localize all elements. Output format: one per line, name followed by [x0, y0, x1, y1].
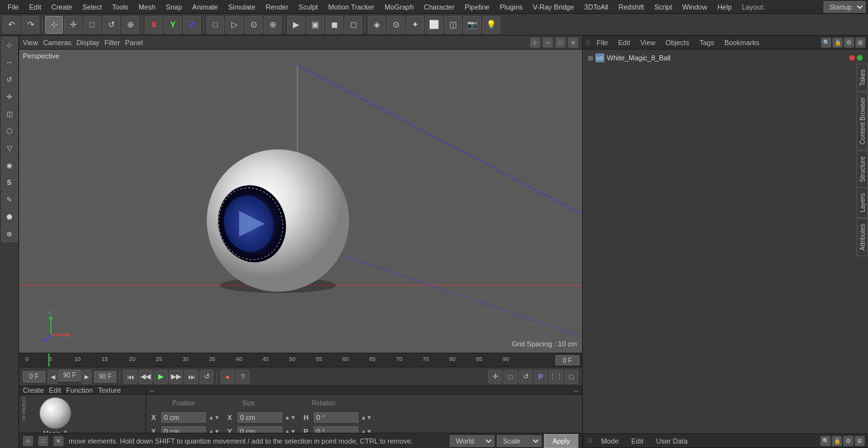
status-icon-2[interactable]: □: [38, 436, 48, 446]
lp-tweak[interactable]: ⊕: [1, 226, 18, 242]
goto-end-button[interactable]: ⏭: [184, 370, 198, 384]
timeline-btn[interactable]: □: [564, 370, 578, 384]
cube-tool-button[interactable]: ◈: [368, 16, 386, 34]
lp-circle[interactable]: ◉: [1, 157, 18, 173]
vtab-structure[interactable]: Structure: [857, 151, 868, 188]
preview-button[interactable]: P: [534, 370, 548, 384]
panel-menu[interactable]: Panel: [125, 39, 143, 46]
play-fwd-button[interactable]: ▶▶: [169, 370, 183, 384]
menu-select[interactable]: Select: [78, 2, 107, 12]
scale-dropdown[interactable]: Scale: [497, 435, 541, 447]
redo-button[interactable]: ↷: [22, 16, 39, 34]
world-dropdown[interactable]: World: [450, 435, 494, 447]
scale-tool-button[interactable]: □: [83, 16, 101, 34]
menu-pipeline[interactable]: Pipeline: [459, 2, 494, 12]
frame-back-btn[interactable]: ◀: [48, 370, 58, 384]
transform-tool-button[interactable]: ⊕: [121, 16, 139, 34]
filter-menu[interactable]: Filter: [104, 39, 119, 46]
nurbs-button[interactable]: ⬜: [425, 16, 443, 34]
play-back-button[interactable]: ◀◀: [139, 370, 153, 384]
apply-button[interactable]: Apply: [544, 434, 578, 448]
keyframe-box-button[interactable]: □: [503, 370, 517, 384]
light-button[interactable]: 💡: [482, 16, 500, 34]
end-frame2-input[interactable]: [94, 371, 116, 383]
render-all-button[interactable]: ◼: [325, 16, 343, 34]
lp-spline-draw[interactable]: ▽: [1, 140, 18, 156]
view-menu[interactable]: View: [23, 39, 38, 46]
menu-3dtoall[interactable]: 3DToAll: [579, 2, 613, 12]
vtab-takes[interactable]: Takes: [857, 64, 868, 92]
status-icon-3[interactable]: ✕: [53, 436, 64, 446]
help-button[interactable]: ?: [236, 370, 250, 384]
add-key-button[interactable]: ✛: [488, 370, 502, 384]
menu-mograph[interactable]: MoGraph: [379, 2, 419, 12]
mat-create-menu[interactable]: Create: [23, 386, 44, 394]
render-region-button[interactable]: ▣: [306, 16, 324, 34]
coord-y-size-arrow[interactable]: ▲▼: [285, 428, 296, 433]
obj-circle-red[interactable]: [849, 55, 855, 61]
point-mode-button[interactable]: ⊙: [245, 16, 262, 34]
deform-button[interactable]: ⊙: [387, 16, 405, 34]
render-settings-button[interactable]: ◻: [344, 16, 362, 34]
lp-select[interactable]: ⊹: [1, 37, 18, 53]
rotate-tool-button[interactable]: ↺: [102, 16, 120, 34]
mat-function-menu[interactable]: Function: [66, 386, 93, 394]
objects-tags-tab[interactable]: Tags: [696, 37, 718, 48]
menu-tools[interactable]: Tools: [107, 2, 133, 12]
coord-h-arrow[interactable]: ▲▼: [361, 414, 372, 421]
coord-p-arrow[interactable]: ▲▼: [361, 428, 372, 433]
obj-settings-icon[interactable]: ⚙: [844, 37, 854, 48]
3d-viewport[interactable]: Perspective: [19, 50, 582, 353]
attr-mode-tab[interactable]: Mode: [597, 436, 623, 446]
viewport-icon-2[interactable]: ↔: [543, 37, 553, 48]
array-button[interactable]: ◫: [444, 16, 462, 34]
dope-button[interactable]: ⋮⋮: [549, 370, 563, 384]
start-frame-input[interactable]: [23, 371, 45, 383]
menu-motion-tracker[interactable]: Motion Tracker: [323, 2, 379, 12]
menu-render[interactable]: Render: [261, 2, 294, 12]
lp-polygon[interactable]: ⬡: [1, 123, 18, 139]
material-item[interactable]: Magic_8: [39, 397, 71, 433]
current-frame-input[interactable]: [555, 355, 580, 365]
play-button[interactable]: ▶: [154, 370, 168, 384]
spline-button[interactable]: ✦: [406, 16, 424, 34]
lp-rotate[interactable]: ↺: [1, 71, 18, 88]
lp-sculpt[interactable]: ◫: [1, 105, 18, 122]
menu-window[interactable]: Window: [677, 2, 712, 12]
vtab-layers[interactable]: Layers: [857, 187, 868, 218]
move-tool-button[interactable]: ✛: [64, 16, 82, 34]
mat-texture-menu[interactable]: Texture: [98, 386, 121, 394]
obj-lock-icon[interactable]: 🔒: [832, 37, 843, 48]
viewport-icon-4[interactable]: ≡: [568, 37, 578, 48]
obj-search-icon[interactable]: 🔍: [821, 37, 831, 48]
menu-animate[interactable]: Animate: [187, 2, 223, 12]
viewport-icon-1[interactable]: ⊹: [530, 37, 540, 48]
poly-mode-button[interactable]: ⊕: [264, 16, 281, 34]
coord-p-rot[interactable]: [314, 426, 358, 433]
lp-magnet[interactable]: ⬟: [1, 208, 18, 225]
select-tool-button[interactable]: ⊹: [45, 16, 63, 34]
coord-y-arrow[interactable]: ▲▼: [208, 428, 220, 433]
coord-h-rot[interactable]: [314, 412, 358, 423]
obj-circle-green[interactable]: [857, 55, 863, 61]
cameras-menu[interactable]: Cameras: [43, 39, 72, 46]
coord-x-size-arrow[interactable]: ▲▼: [285, 414, 296, 421]
menu-character[interactable]: Character: [419, 2, 459, 12]
objects-edit-tab[interactable]: Edit: [614, 37, 634, 48]
attr-userdata-tab[interactable]: User Data: [653, 436, 692, 446]
attr-settings-icon[interactable]: ⚙: [843, 436, 853, 446]
menu-plugins[interactable]: Plugins: [494, 2, 527, 12]
goto-start-button[interactable]: ⏮: [123, 370, 137, 384]
lp-snap[interactable]: S: [1, 174, 18, 191]
y-axis-button[interactable]: Y: [164, 16, 182, 34]
attr-edit-tab[interactable]: Edit: [628, 436, 648, 446]
lp-transform[interactable]: ✛: [1, 88, 18, 105]
frame-fwd-btn[interactable]: ▶: [81, 370, 92, 384]
record-button[interactable]: ●: [220, 370, 234, 384]
attr-search-icon[interactable]: 🔍: [820, 436, 831, 446]
objects-bookmarks-tab[interactable]: Bookmarks: [721, 37, 763, 48]
coord-x-pos[interactable]: [161, 412, 206, 423]
motion-button[interactable]: ↺: [519, 370, 532, 384]
display-menu[interactable]: Display: [76, 39, 99, 46]
object-mode-button[interactable]: □: [207, 16, 224, 34]
